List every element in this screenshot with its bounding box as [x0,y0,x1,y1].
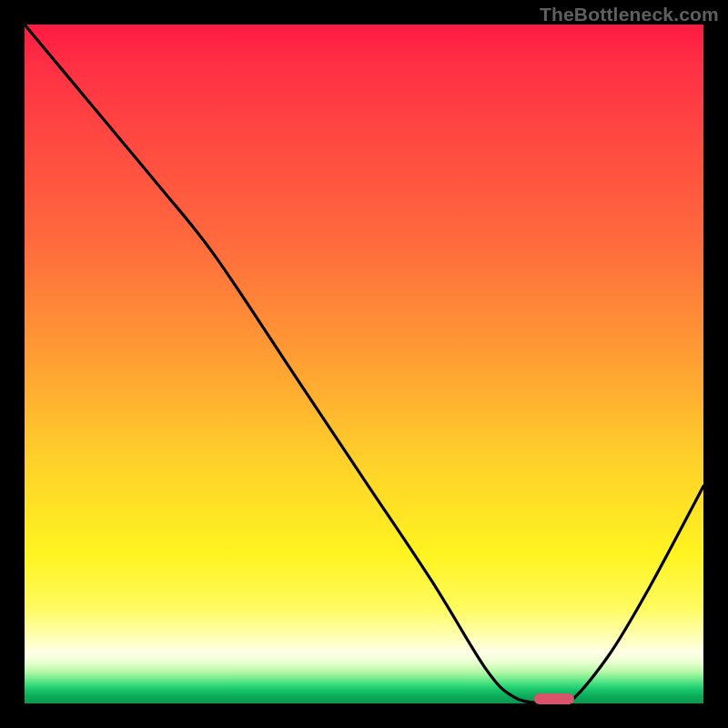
optimum-marker [534,693,575,704]
watermark-text: TheBottleneck.com [540,4,719,25]
chart-frame [25,25,703,703]
bottleneck-curve [25,25,703,703]
